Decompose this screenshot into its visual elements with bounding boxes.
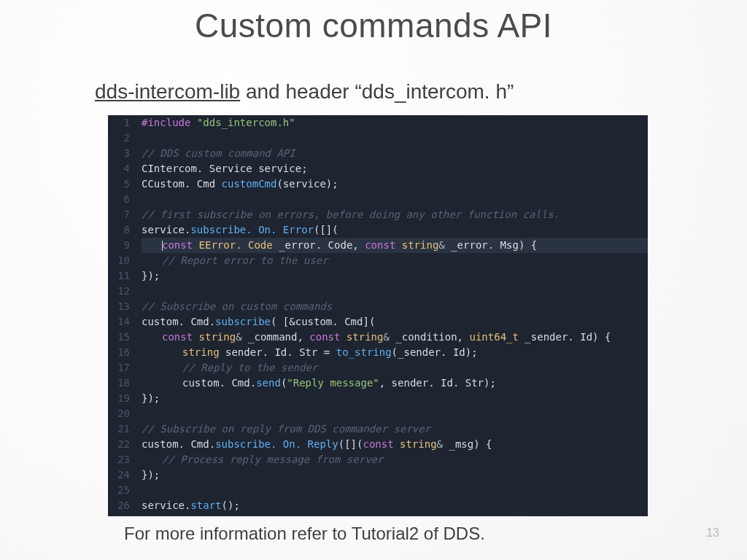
code-line: // Process reply message from server <box>142 452 648 467</box>
line-number: 16 <box>108 345 130 360</box>
code-line: // Subscribe on custom commands <box>142 299 648 314</box>
line-number: 2 <box>108 131 130 146</box>
line-number: 7 <box>108 207 130 222</box>
code-line <box>142 483 648 498</box>
line-number: 24 <box>108 467 130 483</box>
code-line <box>142 131 648 146</box>
code-line: }); <box>142 391 648 406</box>
line-gutter: 1234567891011121314151617181920212223242… <box>108 115 134 516</box>
slide-title: Custom commands API <box>0 6 747 45</box>
code-body: #include "dds_intercom.h" // DDS custom … <box>134 115 648 516</box>
code-line <box>142 192 648 207</box>
line-number: 23 <box>108 452 130 467</box>
code-line <box>142 284 648 299</box>
code-line: }); <box>142 268 648 284</box>
line-number: 18 <box>108 376 130 391</box>
code-line: service.subscribe. On. Error([]( <box>142 222 648 238</box>
slide-subtitle: dds-intercom-lib and header “dds_interco… <box>95 80 652 104</box>
code-line: CCustom. Cmd customCmd(service); <box>142 176 648 192</box>
line-number: 10 <box>108 253 130 268</box>
line-number: 22 <box>108 437 130 452</box>
lib-name: dds-intercom-lib <box>95 80 240 103</box>
line-number: 9 <box>108 238 130 253</box>
code-line: string sender. Id. Str = to_string(_send… <box>142 345 648 360</box>
code-line: }); <box>142 467 648 483</box>
line-number: 4 <box>108 161 130 176</box>
line-number: 11 <box>108 268 130 284</box>
code-line: const string& _command, const string& _c… <box>142 330 648 345</box>
code-line: // Report error to the user <box>142 253 648 268</box>
line-number: 14 <box>108 314 130 330</box>
code-line: // Subscribe on reply from DDS commander… <box>142 421 648 437</box>
code-line: custom. Cmd.subscribe( [&custom. Cmd]( <box>142 314 648 330</box>
line-number: 3 <box>108 146 130 161</box>
code-line: custom. Cmd.send("Reply message", sender… <box>142 376 648 391</box>
code-line: const EError. Code _error. Code, const s… <box>142 238 648 253</box>
line-number: 5 <box>108 176 130 192</box>
line-number: 15 <box>108 330 130 345</box>
line-number: 25 <box>108 483 130 498</box>
line-number: 21 <box>108 421 130 437</box>
line-number: 20 <box>108 406 130 421</box>
line-number: 12 <box>108 284 130 299</box>
code-line: // first subscribe on errors, before doi… <box>142 207 648 222</box>
subtitle-rest: and header “dds_intercom. h” <box>240 80 514 103</box>
code-editor: 1234567891011121314151617181920212223242… <box>108 115 648 516</box>
page-number: 13 <box>706 526 719 540</box>
code-line: #include "dds_intercom.h" <box>142 115 648 131</box>
code-line: // DDS custom command API <box>142 146 648 161</box>
line-number: 26 <box>108 498 130 513</box>
slide: { "title": "Custom commands API", "subti… <box>0 0 747 560</box>
code-line: CIntercom. Service service; <box>142 161 648 176</box>
code-line <box>142 406 648 421</box>
line-number: 6 <box>108 192 130 207</box>
code-line: service.start(); <box>142 498 648 513</box>
line-number: 1 <box>108 115 130 131</box>
line-number: 13 <box>108 299 130 314</box>
line-number: 19 <box>108 391 130 406</box>
line-number: 8 <box>108 222 130 238</box>
code-line: custom. Cmd.subscribe. On. Reply([](cons… <box>142 437 648 452</box>
line-number: 17 <box>108 360 130 376</box>
footer-text: For more information refer to Tutorial2 … <box>124 524 485 544</box>
code-line: // Reply to the sender <box>142 360 648 376</box>
